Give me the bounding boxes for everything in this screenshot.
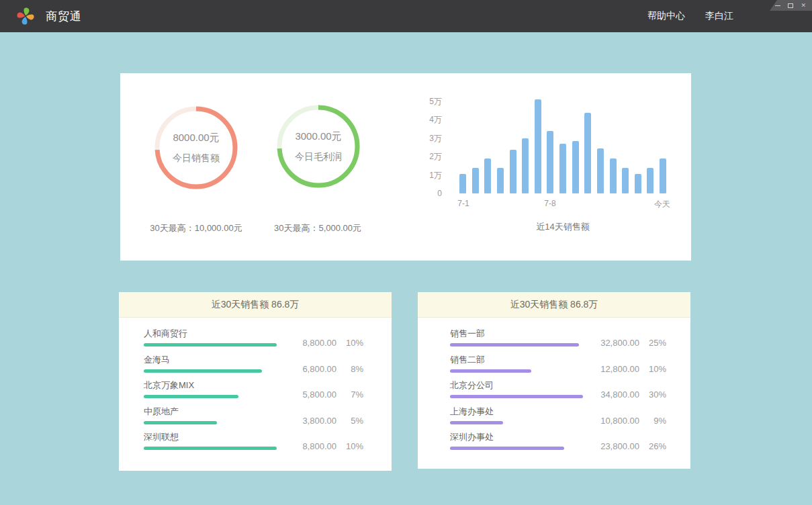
amount-value: 3,800.00 (288, 416, 336, 426)
list-item: 人和商贸行8,800.0010% (144, 329, 363, 355)
percent-value: 7% (336, 389, 363, 400)
y-tick: 1万 (419, 170, 442, 181)
list-item: 销售一部32,800.0025% (450, 329, 666, 355)
bar (547, 131, 553, 194)
percent-value: 10% (336, 441, 363, 451)
y-tick: 4万 (419, 114, 442, 125)
percent-value: 26% (639, 441, 666, 451)
y-axis: 5万4万3万2万1万0 (419, 99, 450, 193)
bar-chart-plot (459, 99, 666, 193)
bar (610, 158, 617, 193)
row-name: 中原地产 (144, 407, 363, 416)
percent-value: 8% (336, 364, 363, 374)
amount-value: 23,800.00 (591, 441, 639, 451)
user-name-link[interactable]: 李白江 (705, 10, 733, 22)
x-tick: 今天 (654, 199, 670, 210)
list-item: 深圳办事处23,800.0026% (450, 432, 666, 459)
percent-value: 9% (639, 416, 666, 426)
panel-title: 近30天销售额 86.8万 (418, 292, 690, 318)
app-title: 商贸通 (46, 9, 82, 24)
row-name: 北京分公司 (450, 381, 666, 390)
bar (572, 141, 579, 193)
bar (635, 174, 641, 193)
amount-value: 34,800.00 (591, 389, 639, 400)
amount-value: 32,800.00 (591, 338, 639, 348)
row-name: 北京万象MIX (144, 381, 363, 390)
progress-bar (144, 447, 277, 450)
progress-bar (450, 447, 564, 450)
today-sales-donut: 8000.00元 今日销售额 (154, 106, 238, 189)
row-name: 人和商贸行 (144, 329, 363, 338)
amount-value: 8,800.00 (288, 441, 336, 451)
progress-bar (450, 421, 503, 424)
row-name: 销售二部 (450, 355, 666, 365)
x-tick: 7-1 (457, 199, 469, 208)
percent-value: 30% (639, 389, 666, 400)
bar (484, 158, 491, 193)
list-item: 销售二部12,800.0010% (450, 355, 666, 381)
chart-title: 近14天销售额 (459, 221, 666, 233)
help-center-link[interactable]: 帮助中心 (647, 10, 685, 22)
list-item: 中原地产3,800.005% (144, 407, 363, 433)
list-item: 上海办事处10,800.009% (450, 407, 666, 433)
row-name: 上海办事处 (450, 407, 666, 416)
maximize-icon[interactable] (788, 3, 793, 8)
x-axis: 7-17-8今天 (459, 199, 666, 210)
amount-value: 8,800.00 (288, 338, 336, 348)
title-bar: 商贸通 帮助中心 李白江 (0, 0, 812, 32)
panel-title: 近30天销售额 86.8万 (119, 292, 392, 318)
row-name: 金海马 (144, 355, 363, 365)
list-item: 金海马6,800.008% (144, 355, 363, 381)
panel-body: 人和商贸行8,800.0010%金海马6,800.008%北京万象MIX5,80… (119, 318, 392, 459)
progress-bar (450, 369, 531, 373)
departments-sales-panel: 近30天销售额 86.8万 销售一部32,800.0025%销售二部12,800… (418, 292, 690, 469)
progress-bar (144, 369, 262, 373)
today-profit-donut: 3000.00元 今日毛利润 (277, 105, 360, 188)
progress-bar (144, 421, 217, 424)
summary-card: 8000.00元 今日销售额 3000.00元 今日毛利润 30天最高：10,0… (120, 73, 691, 261)
profit-30day-max: 30天最高：5,000.00元 (237, 222, 398, 234)
row-name: 深圳联想 (144, 432, 363, 442)
y-tick: 3万 (419, 133, 442, 144)
bar (535, 99, 541, 193)
y-tick: 0 (419, 188, 442, 199)
bar (522, 138, 529, 194)
minimize-icon[interactable] (775, 5, 780, 6)
panel-body: 销售一部32,800.0025%销售二部12,800.0010%北京分公司34,… (418, 318, 690, 459)
amount-value: 5,800.00 (288, 389, 336, 400)
row-name: 销售一部 (450, 329, 666, 338)
list-item: 北京分公司34,800.0030% (450, 381, 666, 407)
progress-bar (450, 395, 583, 398)
progress-bar (144, 343, 277, 347)
y-tick: 5万 (419, 96, 442, 107)
progress-bar (144, 395, 238, 398)
amount-value: 6,800.00 (288, 364, 336, 374)
bar (622, 168, 629, 194)
today-profit-label: 今日毛利润 (295, 151, 342, 163)
bar (660, 158, 666, 193)
row-name: 深圳办事处 (450, 432, 666, 442)
pinwheel-logo-icon (15, 5, 36, 27)
sales-bar-chart: 5万4万3万2万1万0 7-17-8今天 近14天销售额 (459, 99, 666, 193)
percent-value: 10% (336, 338, 363, 348)
bar (559, 144, 566, 193)
x-tick: 7-8 (544, 199, 555, 208)
amount-value: 12,800.00 (591, 364, 639, 374)
bar (497, 168, 504, 194)
close-icon[interactable]: ✕ (801, 3, 806, 9)
bar (584, 113, 591, 193)
bar (459, 174, 466, 193)
percent-value: 25% (639, 338, 666, 348)
percent-value: 10% (639, 364, 666, 374)
today-sales-label: 今日销售额 (173, 152, 220, 165)
bar (472, 168, 479, 194)
bar (647, 168, 653, 194)
list-item: 北京万象MIX5,800.007% (144, 381, 363, 407)
today-profit-value: 3000.00元 (295, 130, 341, 143)
bar (597, 148, 604, 193)
today-sales-value: 8000.00元 (173, 132, 219, 144)
y-tick: 2万 (419, 151, 442, 162)
progress-bar (450, 343, 579, 347)
list-item: 深圳联想8,800.0010% (144, 432, 363, 459)
percent-value: 5% (336, 416, 363, 426)
